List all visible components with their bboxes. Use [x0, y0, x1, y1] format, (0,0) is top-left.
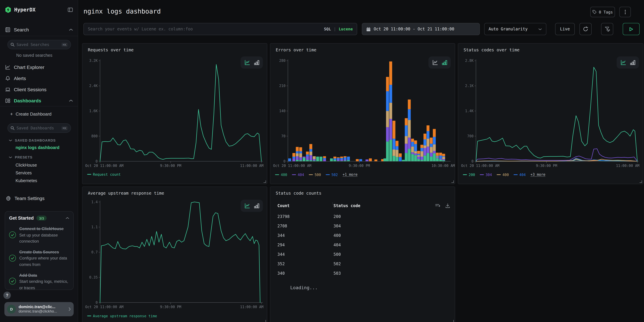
table-row[interactable]: 352502 [275, 259, 450, 268]
bar-segment-502 [399, 157, 402, 161]
help-button[interactable]: ? [4, 292, 11, 299]
bar-segment-502 [340, 158, 343, 160]
sidebar-item-nginx-dashboard[interactable]: nginx logs dashboard [0, 145, 78, 150]
line-chart-toggle-icon[interactable] [432, 60, 438, 66]
download-icon[interactable] [445, 204, 450, 208]
bar-segment-502 [386, 91, 389, 111]
sidebar-item-alerts[interactable]: Alerts [0, 75, 78, 82]
create-dashboard-button[interactable]: + Create Dashboard [0, 110, 78, 117]
panel-resize-handle[interactable] [452, 180, 454, 183]
sidebar-item-services[interactable]: Services [0, 171, 78, 175]
bar-chart-toggle-icon[interactable] [442, 60, 447, 66]
chart-legend: 200304400404+3 more [463, 172, 545, 177]
checklist-item-add-data[interactable]: Add Data Start sending logs, metrics, or… [9, 272, 69, 291]
bar-segment-502 [426, 131, 430, 139]
sidebar-item-team-settings[interactable]: Team Settings [0, 194, 78, 202]
bar-segment-502 [292, 156, 295, 158]
table-row[interactable]: 2708304 [275, 221, 450, 231]
tags-button[interactable]: 0 Tags [590, 7, 615, 17]
sidebar-item-clickhouse[interactable]: ClickHouse [0, 163, 78, 168]
bar-segment-503 [392, 120, 395, 138]
event-search-input[interactable]: Search your events w/ Lucene ex. column:… [84, 23, 357, 35]
table-row[interactable]: 340503 [275, 268, 450, 278]
column-settings-icon[interactable] [435, 204, 440, 208]
sidebar-item-dashboards[interactable]: Dashboards [0, 97, 78, 104]
column-header-status-code[interactable]: Status code [334, 204, 360, 208]
panel-resize-handle[interactable] [452, 320, 454, 322]
cell-status-code: 503 [334, 271, 341, 276]
sql-mode-toggle[interactable]: SQL [324, 27, 331, 32]
svg-text:70: 70 [281, 134, 286, 138]
sidebar-section-search[interactable]: Search [0, 26, 78, 34]
bar-segment-500 [386, 111, 389, 127]
chevron-up-icon[interactable] [66, 217, 69, 219]
table-row[interactable]: 294404 [275, 240, 450, 250]
bar-segment-404 [389, 119, 392, 140]
bar-segment-502 [389, 85, 392, 103]
user-email: dominic.tran@clickho... [18, 309, 66, 314]
checklist-item-datasources[interactable]: Create Data Sources Configure where your… [9, 249, 69, 268]
line-chart-toggle-icon[interactable] [620, 60, 626, 66]
saved-searches-input[interactable]: Saved Searches ⌘K [8, 40, 71, 49]
bar-segment-503 [337, 157, 340, 158]
legend-more-link[interactable]: +3 more [530, 172, 546, 177]
bar-segment-404 [323, 160, 326, 161]
chart-explorer-icon [5, 64, 10, 70]
refresh-button[interactable] [580, 23, 592, 35]
bar-segment-503 [356, 159, 359, 161]
user-menu[interactable]: D dominic.tran@clic... dominic.tran@clic… [4, 302, 74, 316]
hyperdx-logo-icon [5, 6, 12, 13]
saved-dashboards-header[interactable]: SAVED DASHBOARDS [0, 138, 78, 143]
plus-icon: + [10, 111, 13, 116]
line-series-304 [476, 149, 637, 161]
bar-segment-502 [299, 151, 302, 154]
line-chart-toggle-icon[interactable] [244, 60, 250, 66]
collapse-sidebar-icon[interactable] [68, 7, 73, 12]
live-button[interactable]: Live [555, 23, 575, 35]
bar-chart-toggle-icon[interactable] [254, 60, 259, 66]
bar-segment-502 [392, 139, 395, 150]
column-resize-handle[interactable]: ⋮ [331, 203, 334, 205]
table-row[interactable]: 344400 [275, 231, 450, 240]
date-range-picker[interactable]: Oct 20 11:00:00 - Oct 21 11:00:00 [362, 23, 480, 35]
cell-count: 340 [275, 271, 334, 276]
run-query-button[interactable] [623, 23, 640, 35]
app-title: HyperDX [14, 7, 65, 13]
bar-segment-502 [344, 157, 346, 160]
line-chart-toggle-icon[interactable] [244, 203, 250, 209]
column-header-count[interactable]: Count [275, 204, 334, 208]
status-code-table: Count ⋮ Status code 23798200270830434440… [275, 202, 450, 322]
bar-segment-404 [386, 127, 389, 142]
bar-segment-502 [405, 125, 408, 136]
search-icon [10, 126, 14, 130]
lucene-mode-toggle[interactable]: Lucene [339, 27, 353, 32]
saved-searches-placeholder: Saved Searches [16, 42, 59, 47]
sidebar-item-chart-explorer[interactable]: Chart Explorer [0, 64, 78, 71]
bar-chart-toggle-icon[interactable] [630, 60, 636, 66]
bar-segment-400 [424, 156, 426, 161]
check-circle-icon [9, 254, 16, 261]
more-options-button[interactable] [619, 7, 631, 17]
saved-dashboards-input[interactable]: Saved Dashboards ⌘K [8, 123, 71, 133]
table-row[interactable]: 344500 [275, 250, 450, 259]
bar-segment-502 [442, 156, 445, 157]
svg-text:Oct 20 11:00:00 AM: Oct 20 11:00:00 AM [85, 164, 124, 168]
presets-header[interactable]: PRESETS [0, 154, 78, 160]
sidebar-item-client-sessions[interactable]: Client Sessions [0, 86, 78, 93]
svg-text:0.35: 0.35 [89, 275, 98, 280]
granularity-select[interactable]: Auto Granularity [484, 23, 546, 35]
legend-more-link[interactable]: +1 more [342, 172, 358, 177]
bar-chart-toggle-icon[interactable] [254, 203, 259, 209]
panel-resize-handle[interactable] [264, 180, 266, 183]
bar-segment-400 [414, 155, 417, 161]
bar-segment-502 [439, 156, 442, 158]
bar-segment-500 [299, 154, 302, 157]
bar-segment-400 [344, 160, 346, 161]
table-row[interactable]: 23798200 [275, 212, 450, 221]
filter-button[interactable] [601, 23, 613, 35]
checklist-item-connect[interactable]: Connect to ClickHouse Set up your databa… [9, 225, 69, 244]
panel-resize-handle[interactable] [640, 180, 642, 183]
svg-text:280: 280 [279, 58, 286, 63]
panel-resize-handle[interactable] [264, 320, 266, 322]
sidebar-item-kubernetes[interactable]: Kubernetes [0, 178, 78, 183]
